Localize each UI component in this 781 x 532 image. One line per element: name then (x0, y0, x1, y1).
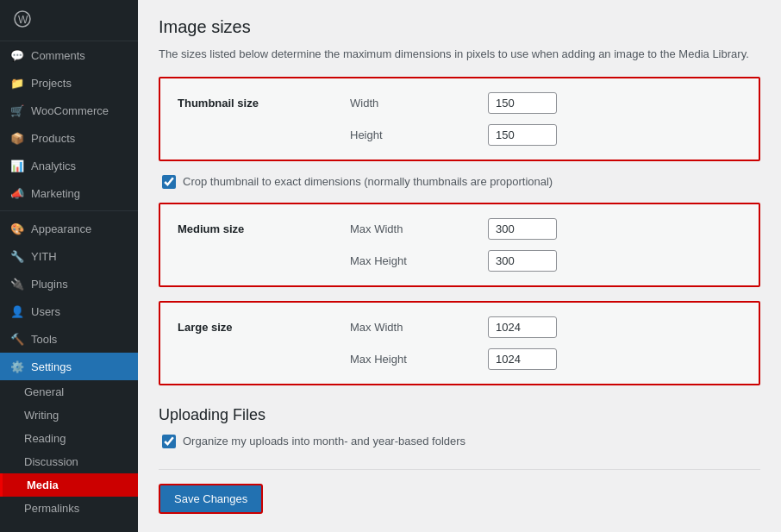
submenu-writing[interactable]: Writing (0, 404, 138, 427)
sidebar-item-analytics[interactable]: 📊 Analytics (0, 152, 138, 179)
sidebar-item-users[interactable]: 👤 Users (0, 297, 138, 325)
sidebar-item-marketing[interactable]: 📣 Marketing (0, 179, 138, 207)
sidebar-item-appearance[interactable]: 🎨 Appearance (0, 215, 138, 242)
thumbnail-height-label: Height (333, 128, 488, 141)
settings-icon: ⚙️ (10, 360, 24, 373)
submenu-reading[interactable]: Reading (0, 427, 138, 450)
medium-label: Medium size (178, 222, 333, 235)
thumbnail-row-main: Thumbnail size Width (178, 92, 741, 114)
submenu-media[interactable]: Media (0, 473, 138, 497)
sidebar-item-comments[interactable]: 💬 Comments (0, 41, 138, 69)
appearance-icon: 🎨 (10, 222, 24, 235)
analytics-icon: 📊 (10, 159, 24, 172)
sidebar-item-settings[interactable]: ⚙️ Settings (0, 353, 138, 380)
tools-icon: 🔨 (10, 332, 24, 346)
submenu-discussion[interactable]: Discussion (0, 450, 138, 473)
products-icon: 📦 (10, 131, 24, 145)
large-max-height-input[interactable] (488, 348, 557, 370)
medium-size-box: Medium size Max Width Max Height (159, 203, 760, 287)
submenu-permalinks[interactable]: Permalinks (0, 497, 138, 520)
projects-icon: 📁 (10, 76, 24, 90)
large-label: Large size (178, 321, 333, 334)
crop-checkbox[interactable] (162, 175, 176, 189)
divider (0, 210, 138, 211)
uploading-title: Uploading Files (159, 406, 760, 424)
organize-uploads-checkbox[interactable] (162, 435, 176, 448)
large-max-height-label: Max Height (333, 353, 488, 366)
yith-icon: 🔧 (10, 249, 24, 263)
svg-text:W: W (18, 14, 28, 26)
large-row-main: Large size Max Width (178, 316, 741, 338)
plugins-icon: 🔌 (10, 277, 24, 291)
comments-icon: 💬 (10, 48, 24, 62)
page-title: Image sizes (159, 17, 760, 37)
thumbnail-height-row: Height (178, 124, 741, 146)
image-sizes-section: Image sizes The sizes listed below deter… (159, 17, 760, 385)
large-max-width-input[interactable] (488, 316, 557, 338)
users-icon: 👤 (10, 304, 24, 318)
uploading-files-section: Uploading Files Organize my uploads into… (159, 406, 760, 448)
medium-height-row: Max Height (178, 250, 741, 272)
medium-max-height-label: Max Height (333, 254, 488, 267)
medium-row-main: Medium size Max Width (178, 218, 741, 240)
organize-uploads-row: Organize my uploads into month- and year… (159, 435, 760, 448)
submenu-general[interactable]: General (0, 380, 138, 404)
sidebar-item-products[interactable]: 📦 Products (0, 124, 138, 152)
large-max-width-label: Max Width (333, 321, 488, 334)
medium-max-width-input[interactable] (488, 218, 557, 240)
sidebar-item-projects[interactable]: 📁 Projects (0, 69, 138, 97)
medium-max-width-label: Max Width (333, 222, 488, 235)
crop-label: Crop thumbnail to exact dimensions (norm… (183, 175, 553, 188)
thumbnail-size-box: Thumbnail size Width Height (159, 77, 760, 161)
settings-submenu: General Writing Reading Discussion Media… (0, 380, 138, 520)
bottom-bar: Save Changes (159, 469, 760, 528)
large-height-row: Max Height (178, 348, 741, 370)
crop-checkbox-row: Crop thumbnail to exact dimensions (norm… (159, 175, 760, 189)
organize-uploads-label: Organize my uploads into month- and year… (183, 435, 465, 448)
sidebar-item-tools[interactable]: 🔨 Tools (0, 325, 138, 353)
wp-logo: W (0, 0, 138, 41)
section-description: The sizes listed below determine the max… (159, 46, 760, 63)
sidebar-item-yith[interactable]: 🔧 YITH (0, 242, 138, 270)
medium-max-height-input[interactable] (488, 250, 557, 272)
sidebar-item-woocommerce[interactable]: 🛒 WooCommerce (0, 97, 138, 124)
sidebar: W 💬 Comments 📁 Projects 🛒 WooCommerce 📦 … (0, 0, 138, 532)
main-content: Image sizes The sizes listed below deter… (138, 0, 781, 532)
thumbnail-width-label: Width (333, 97, 488, 110)
thumbnail-label: Thumbnail size (178, 97, 333, 110)
large-size-box: Large size Max Width Max Height (159, 301, 760, 385)
marketing-icon: 📣 (10, 186, 24, 200)
save-changes-button[interactable]: Save Changes (159, 484, 263, 514)
thumbnail-height-input[interactable] (488, 124, 557, 146)
sidebar-item-plugins[interactable]: 🔌 Plugins (0, 270, 138, 297)
thumbnail-width-input[interactable] (488, 92, 557, 114)
woocommerce-icon: 🛒 (10, 103, 24, 117)
